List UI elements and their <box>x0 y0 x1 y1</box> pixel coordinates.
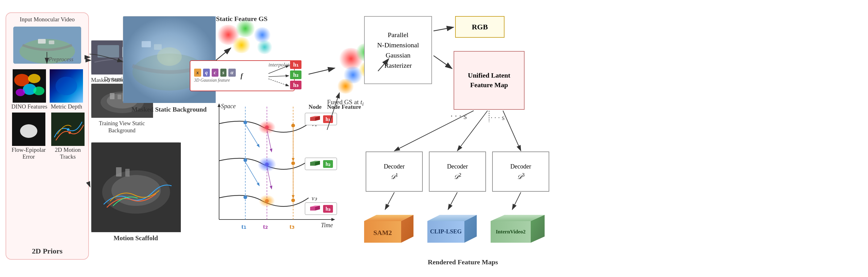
svg-point-11 <box>56 77 77 95</box>
train-view-label: Training View StaticBackground <box>91 120 153 135</box>
svg-point-59 <box>291 198 295 202</box>
decoder-3-label: Decoder𝒟3 <box>510 162 531 182</box>
svg-text:t₃: t₃ <box>289 223 294 230</box>
motion-label: 2D Motion Tracks <box>51 146 85 160</box>
f-section: f <box>241 72 243 80</box>
svg-rect-34 <box>116 167 122 176</box>
svg-text:Time: Time <box>321 222 333 228</box>
motion-scaffold-label: Motion Scaffold <box>91 234 181 242</box>
cell-s: s <box>220 68 227 77</box>
svg-rect-18 <box>97 45 119 57</box>
svg-point-51 <box>244 120 247 124</box>
h2-badge: h₂ <box>290 71 302 79</box>
svg-text:InternVideo2: InternVideo2 <box>496 229 526 234</box>
svg-rect-35 <box>125 169 130 176</box>
gaussian-feature-label: 3D Gaussian feature <box>194 78 230 83</box>
svg-line-105 <box>448 192 457 210</box>
h3-node-badge: h₃ <box>323 205 333 213</box>
cell-q: q <box>203 68 210 77</box>
dino-thumbnail <box>13 69 46 103</box>
svg-point-1 <box>20 39 75 64</box>
svg-point-66 <box>258 120 276 134</box>
flow-label: Flow-Epipolar Error <box>9 146 48 160</box>
cell-x: x <box>194 68 201 77</box>
svg-point-57 <box>244 195 247 199</box>
clip-lseg-cube: CLIP-LSEG <box>420 210 478 253</box>
svg-line-103 <box>503 111 521 151</box>
node-feature-v2: h₂ <box>305 158 337 170</box>
interpolate-label: interpolate <box>269 62 291 68</box>
input-video-label: Input Monocular Video <box>9 16 85 23</box>
svg-text:v₃: v₃ <box>312 195 317 201</box>
decoder-2-box: Decoder𝒟2 <box>429 151 486 192</box>
svg-point-68 <box>259 195 275 207</box>
svg-line-100 <box>434 56 452 68</box>
motion-scaffold-image <box>91 142 181 232</box>
features-row: DINO Features <box>11 69 83 110</box>
svg-point-15 <box>67 128 69 131</box>
depth-thumbnail <box>50 69 83 103</box>
svg-line-99 <box>434 27 454 31</box>
cell-c: c <box>212 68 218 77</box>
flow-thumbnail <box>12 113 45 146</box>
svg-text:CLIP-LSEG: CLIP-LSEG <box>430 228 462 234</box>
depth-label: Metric Depth <box>51 103 82 110</box>
svg-line-63 <box>245 162 259 186</box>
decoder-1-box: Decoder𝒟1 <box>366 151 423 192</box>
blob-teal-1 <box>256 40 273 54</box>
fused-blob-orange <box>336 79 355 94</box>
rendered-maps-label: Rendered Feature Maps <box>372 258 554 266</box>
h1-node-badge: h₁ <box>323 115 333 123</box>
node-feature-v3: h₃ <box>305 202 337 215</box>
svg-point-53 <box>291 124 295 128</box>
svg-marker-37 <box>218 103 221 107</box>
svg-point-67 <box>258 157 276 172</box>
svg-line-95 <box>216 48 231 60</box>
svg-rect-23 <box>110 93 115 99</box>
svg-point-13 <box>20 124 37 138</box>
svg-point-16 <box>68 131 71 134</box>
feature-table-inner: x q c s α 3D Gaussian feature <box>194 68 236 83</box>
sam2-cube: SAM2 <box>356 210 415 253</box>
h1-badge: h₁ <box>290 60 302 69</box>
svg-marker-40 <box>332 218 335 221</box>
svg-rect-2 <box>38 39 46 44</box>
svg-marker-75 <box>310 207 315 211</box>
rasterizer-box: ParallelN-DimensionalGaussianRasterizer <box>364 16 432 84</box>
feature-cells-row: x q c s α <box>194 68 236 77</box>
svg-text:SAM2: SAM2 <box>373 229 392 237</box>
h2-node-badge: h₂ <box>323 160 333 168</box>
unified-latent-label: Unified Latent Feature Map <box>457 71 521 90</box>
feature-label-row: 3D Gaussian feature <box>194 78 236 83</box>
h3-badge: h₃ <box>290 81 302 89</box>
priors-label: 2D Priors <box>32 247 62 255</box>
priors-box: Input Monocular Video <box>5 12 89 260</box>
diagram-container: Input Monocular Video <box>0 0 868 277</box>
node-label: Node <box>309 104 321 110</box>
svg-text:t₁: t₁ <box>241 223 246 230</box>
unified-latent-box: Unified Latent Feature Map <box>454 51 525 110</box>
svg-line-106 <box>512 192 521 210</box>
svg-text:t₂: t₂ <box>263 223 268 230</box>
decoder-3-box: Decoder𝒟3 <box>492 151 549 192</box>
fused-gs-label: Fused GS at ti <box>327 98 364 107</box>
svg-line-62 <box>245 124 259 147</box>
svg-text:· · · s: · · · s <box>491 113 504 121</box>
svg-point-8 <box>16 89 25 96</box>
svg-rect-3 <box>49 40 54 44</box>
dots-label: · · · s <box>451 111 467 121</box>
svg-marker-69 <box>310 117 315 121</box>
rasterizer-label: ParallelN-DimensionalGaussianRasterizer <box>377 30 419 71</box>
svg-point-6 <box>28 74 40 83</box>
blob-yellow-1 <box>231 37 251 53</box>
svg-point-54 <box>244 158 247 162</box>
svg-marker-72 <box>310 162 315 166</box>
svg-point-9 <box>33 87 44 95</box>
dino-label: DINO Features <box>11 103 48 110</box>
svg-text:Space: Space <box>221 103 236 110</box>
decoder-2-label: Decoder𝒟2 <box>447 162 468 182</box>
decoder-1-label: Decoder𝒟1 <box>384 162 405 182</box>
motion-thumbnail <box>51 113 85 146</box>
rgb-label: RGB <box>472 23 488 31</box>
rgb-output-box: RGB <box>455 16 504 38</box>
